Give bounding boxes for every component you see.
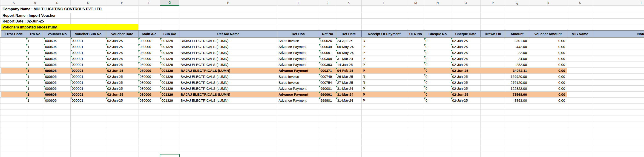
column-letter-D[interactable]: D <box>70 0 106 6</box>
column-letter-C[interactable]: C <box>44 0 70 6</box>
empty-cell[interactable] <box>138 116 160 121</box>
cell-T8[interactable] <box>593 50 644 56</box>
cell-R7[interactable]: 0.00 <box>529 44 567 50</box>
empty-cell[interactable] <box>138 18 160 24</box>
empty-cell[interactable] <box>593 13 644 18</box>
column-letter-L[interactable]: L <box>362 0 407 6</box>
empty-cell[interactable] <box>481 116 505 121</box>
empty-cell[interactable] <box>278 151 319 157</box>
cell-F13[interactable]: 080000 <box>138 80 160 86</box>
empty-cell[interactable] <box>106 18 138 24</box>
cell-Q11[interactable]: 34082.11 <box>505 68 529 74</box>
empty-cell[interactable] <box>505 127 529 133</box>
empty-cell[interactable] <box>2 104 26 110</box>
cell-E11[interactable]: 02-Jun-25 <box>106 68 138 74</box>
empty-cell[interactable] <box>593 18 644 24</box>
cell-Q8[interactable]: 22.00 <box>505 50 529 56</box>
empty-cell[interactable] <box>2 145 26 151</box>
empty-cell[interactable] <box>180 127 278 133</box>
column-letter-H[interactable]: H <box>180 0 278 6</box>
column-letter-K[interactable]: K <box>336 0 362 6</box>
column-letter-F[interactable]: F <box>138 0 160 6</box>
header-cell-trn-no[interactable]: Trn No <box>26 30 44 37</box>
report-name-line[interactable]: Report Name : Import Voucher <box>2 13 70 18</box>
cell-E15[interactable]: 02-Jun-25 <box>106 92 138 98</box>
cell-T6[interactable] <box>593 38 644 44</box>
column-letter-B[interactable]: B <box>26 0 44 6</box>
empty-cell[interactable] <box>44 127 70 133</box>
empty-cell[interactable] <box>529 24 567 30</box>
empty-cell[interactable] <box>481 121 505 127</box>
empty-cell[interactable] <box>424 145 451 151</box>
cell-E12[interactable]: 02-Jun-25 <box>106 74 138 80</box>
cell-A8[interactable] <box>2 50 26 56</box>
cell-E10[interactable]: 02-Jun-25 <box>106 62 138 68</box>
empty-cell[interactable] <box>481 6 505 13</box>
cell-N13[interactable]: 0 <box>424 80 451 86</box>
empty-cell[interactable] <box>407 127 424 133</box>
cell-N11[interactable]: 0 <box>424 68 451 74</box>
cell-N9[interactable]: 0 <box>424 56 451 62</box>
cell-G10[interactable]: 001329 <box>160 62 180 68</box>
empty-cell[interactable] <box>160 133 180 139</box>
empty-cell[interactable] <box>26 104 44 110</box>
empty-cell[interactable] <box>180 13 278 18</box>
empty-cell[interactable] <box>26 110 44 116</box>
empty-cell[interactable] <box>505 104 529 110</box>
cell-Q16[interactable]: 8893.00 <box>505 98 529 104</box>
empty-cell[interactable] <box>180 24 278 30</box>
cell-I8[interactable]: Advance Payment <box>278 50 319 56</box>
empty-cell[interactable] <box>160 6 180 13</box>
cell-K8[interactable]: 06-May-24 <box>336 50 362 56</box>
empty-cell[interactable] <box>2 139 26 145</box>
empty-cell[interactable] <box>319 24 336 30</box>
empty-cell[interactable] <box>451 133 481 139</box>
empty-cell[interactable] <box>26 127 44 133</box>
cell-I16[interactable]: Advance Payment <box>278 98 319 104</box>
cell-B6[interactable]: 1 <box>26 38 44 44</box>
empty-cell[interactable] <box>567 145 593 151</box>
cell-G15[interactable]: 001329 <box>160 92 180 98</box>
empty-cell[interactable] <box>451 116 481 121</box>
cell-M13[interactable] <box>407 80 424 86</box>
empty-cell[interactable] <box>106 13 138 18</box>
empty-cell[interactable] <box>278 18 319 24</box>
empty-cell[interactable] <box>567 6 593 13</box>
empty-cell[interactable] <box>481 104 505 110</box>
empty-cell[interactable] <box>319 151 336 157</box>
empty-cell[interactable] <box>2 110 26 116</box>
cell-N8[interactable]: 0 <box>424 50 451 56</box>
empty-cell[interactable] <box>567 24 593 30</box>
empty-cell[interactable] <box>336 6 362 13</box>
empty-cell[interactable] <box>362 133 407 139</box>
cell-E8[interactable]: 02-Jun-25 <box>106 50 138 56</box>
cell-I11[interactable]: Advance Payment <box>278 68 319 74</box>
cell-T15[interactable] <box>593 92 644 98</box>
empty-cell[interactable] <box>529 145 567 151</box>
cell-L9[interactable]: P <box>362 56 407 62</box>
cell-K13[interactable]: 27-Mar-25 <box>336 80 362 86</box>
empty-cell[interactable] <box>160 121 180 127</box>
cell-D9[interactable]: 000001 <box>70 56 106 62</box>
empty-cell[interactable] <box>424 6 451 13</box>
cell-A9[interactable] <box>2 56 26 62</box>
cell-K6[interactable]: 24-Apr-25 <box>336 38 362 44</box>
cell-I12[interactable]: Sales Invoice <box>278 74 319 80</box>
empty-cell[interactable] <box>44 104 70 110</box>
cell-Q10[interactable]: 282.00 <box>505 62 529 68</box>
empty-cell[interactable] <box>319 104 336 110</box>
empty-cell[interactable] <box>529 151 567 157</box>
cell-S11[interactable] <box>567 68 593 74</box>
cell-D15[interactable]: 000001 <box>70 92 106 98</box>
cell-B12[interactable]: 1 <box>26 74 44 80</box>
empty-cell[interactable] <box>336 133 362 139</box>
cell-T16[interactable] <box>593 98 644 104</box>
empty-cell[interactable] <box>362 116 407 121</box>
empty-cell[interactable] <box>505 139 529 145</box>
empty-cell[interactable] <box>529 13 567 18</box>
cell-M9[interactable] <box>407 56 424 62</box>
empty-cell[interactable] <box>481 127 505 133</box>
header-cell-cheque-no[interactable]: Cheque No <box>424 30 451 37</box>
cell-H13[interactable]: BAJAJ ELECTRICALS (LUMN) <box>180 80 278 86</box>
cell-K7[interactable]: 06-May-24 <box>336 44 362 50</box>
